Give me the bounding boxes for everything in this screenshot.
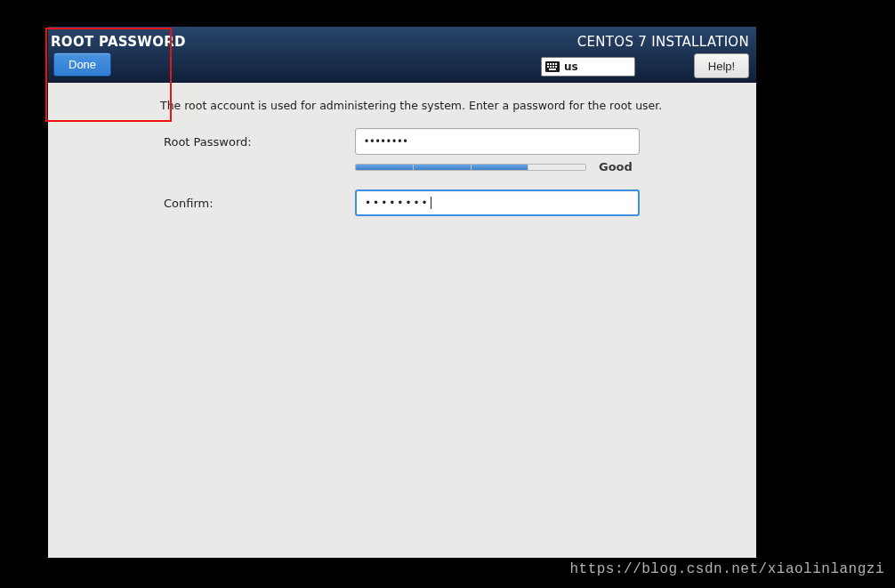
svg-rect-8: [555, 66, 557, 68]
svg-rect-2: [550, 63, 552, 65]
confirm-password-value: ••••••••: [365, 197, 430, 209]
keyboard-icon: [545, 61, 560, 72]
root-password-label: Root Password:: [164, 135, 355, 149]
header-bar: ROOT PASSWORD Done CENTOS 7 INSTALLATION: [48, 27, 756, 83]
text-cursor-icon: [431, 197, 431, 209]
root-password-row: Root Password:: [48, 128, 756, 155]
watermark-text: https://blog.csdn.net/xiaolinlangzi: [569, 561, 884, 577]
svg-rect-7: [552, 66, 554, 68]
password-strength-row: Good: [48, 160, 756, 173]
root-password-input[interactable]: [355, 128, 640, 155]
password-strength-meter: [355, 164, 586, 171]
content-area: The root account is used for administeri…: [48, 83, 756, 558]
svg-rect-6: [550, 66, 552, 68]
svg-rect-4: [555, 63, 557, 65]
svg-rect-1: [547, 63, 549, 65]
installer-window: ROOT PASSWORD Done CENTOS 7 INSTALLATION: [48, 27, 756, 558]
keyboard-layout-selector[interactable]: us: [541, 57, 635, 77]
svg-rect-5: [547, 66, 549, 68]
confirm-password-input[interactable]: ••••••••: [355, 189, 640, 216]
confirm-row: Confirm: ••••••••: [48, 189, 756, 216]
product-title: CENTOS 7 INSTALLATION: [577, 34, 749, 50]
password-strength-label: Good: [599, 160, 633, 173]
svg-rect-9: [549, 68, 556, 70]
svg-rect-3: [552, 63, 554, 65]
page-title: ROOT PASSWORD: [51, 34, 186, 50]
done-button[interactable]: Done: [53, 52, 111, 77]
confirm-label: Confirm:: [164, 197, 355, 210]
help-button[interactable]: Help!: [694, 53, 749, 78]
keyboard-layout-label: us: [564, 60, 578, 73]
description-text: The root account is used for administeri…: [48, 99, 756, 128]
